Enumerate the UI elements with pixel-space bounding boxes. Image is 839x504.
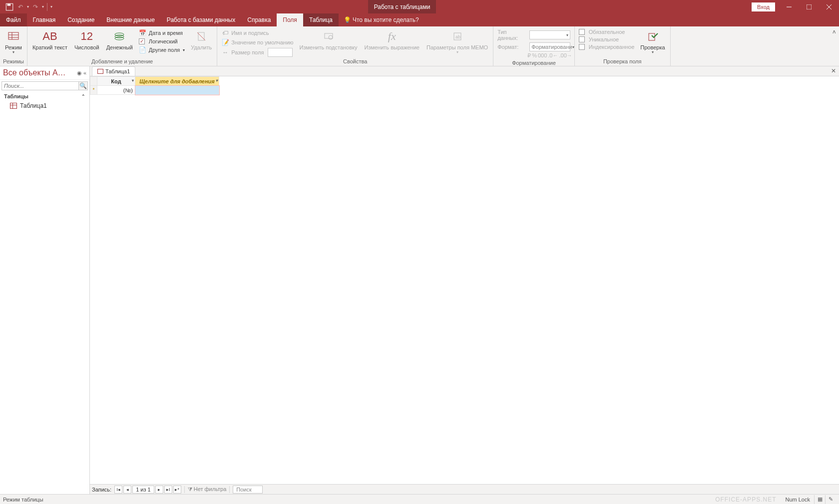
status-bar: Режим таблицы OFFICE-APPS.NET Num Lock ▦… [0, 494, 839, 504]
undo-dropdown-icon[interactable]: ▾ [27, 4, 29, 9]
record-counter[interactable]: 1 из 1 [132, 486, 154, 494]
default-icon: 📝 [221, 38, 229, 46]
record-label: Запись: [92, 487, 111, 493]
redo-icon[interactable]: ↷ [31, 2, 40, 11]
nav-group-tables[interactable]: Таблицы ⌃ [0, 92, 89, 101]
cell-new-field[interactable] [135, 86, 219, 95]
group-add-delete: AB Краткий текст 12 Числовой Денежный 📅Д… [27, 26, 217, 66]
svg-rect-3 [807, 4, 812, 9]
nav-item-table1[interactable]: Таблица1 [0, 101, 89, 111]
select-all-cell[interactable] [90, 77, 97, 86]
new-record-button[interactable]: ▸* [173, 486, 181, 494]
nav-search-input[interactable] [2, 82, 78, 90]
document-tab-table1[interactable]: Таблица1 [92, 66, 135, 76]
tag-icon: 🏷 [221, 29, 229, 37]
more-fields-button[interactable]: 📄Другие поля▾ [137, 45, 187, 54]
next-record-button[interactable]: ▸ [155, 486, 163, 494]
nav-pane-header[interactable]: Все объекты A… ◉« [0, 66, 89, 80]
validation-button[interactable]: Проверка ▾ [637, 27, 668, 56]
close-button[interactable] [819, 0, 839, 13]
design-view-button[interactable]: ✎ [825, 495, 836, 504]
undo-icon[interactable]: ↶ [16, 2, 25, 11]
percent-format-icon: % [532, 52, 537, 59]
tab-table[interactable]: Таблица [303, 13, 339, 26]
datatype-label: Тип данных: [495, 28, 527, 41]
status-numlock: Num Lock [785, 497, 810, 503]
first-record-button[interactable]: I◂ [114, 486, 122, 494]
group-field-validation: Обязательное Уникальное Индексированное … [575, 26, 671, 66]
cell-id[interactable]: (№) [97, 86, 135, 95]
save-icon[interactable] [5, 2, 14, 11]
datasheet[interactable]: Код▾ Щелкните для добавления▾ * (№) [90, 76, 839, 484]
default-value-button: 📝Значение по умолчанию [219, 38, 295, 47]
checkbox-icon [139, 38, 145, 44]
datasheet-view-button[interactable]: ▦ [814, 495, 825, 504]
quick-access-toolbar: ↶ ▾ ↷ ▾ ▾ [0, 2, 52, 11]
tab-help[interactable]: Справка [241, 13, 277, 26]
currency-button[interactable]: Денежный [103, 27, 136, 51]
svg-text:ab: ab [455, 34, 460, 39]
tab-create[interactable]: Создание [61, 13, 100, 26]
redo-dropdown-icon[interactable]: ▾ [42, 4, 44, 9]
table-icon [97, 69, 103, 74]
svg-point-12 [115, 37, 124, 40]
filter-indicator[interactable]: ⧩ Нет фильтра [188, 486, 227, 493]
name-caption-button: 🏷Имя и подпись [219, 28, 295, 37]
comma-format-icon: 000 [538, 52, 547, 59]
watermark-text: OFFICE-APPS.NET [715, 496, 776, 503]
table-row[interactable]: * (№) [90, 86, 219, 95]
tab-external-data[interactable]: Внешние данные [100, 13, 161, 26]
column-header-id[interactable]: Код▾ [97, 77, 135, 86]
modify-lookups-button: Изменить подстановку [297, 27, 361, 51]
column-dropdown-icon[interactable]: ▾ [132, 78, 134, 83]
memo-settings-button: ab Параметры поля MEMO ▾ [423, 27, 491, 56]
tell-me-placeholder: Что вы хотите сделать? [353, 16, 419, 23]
group-properties: 🏷Имя и подпись 📝Значение по умолчанию ↔Р… [217, 26, 493, 66]
memo-icon: ab [451, 28, 463, 44]
number-icon: 12 [81, 28, 93, 44]
view-button[interactable]: Режим ▾ [2, 27, 25, 56]
minimize-button[interactable] [779, 0, 799, 13]
short-text-button[interactable]: AB Краткий текст [29, 27, 70, 51]
new-record-marker: * [90, 86, 97, 95]
nav-collapse-icon[interactable]: « [83, 70, 86, 76]
decrease-decimal-icon: .00→ [559, 52, 572, 59]
prev-record-button[interactable]: ◂ [123, 486, 131, 494]
validation-icon [647, 28, 659, 44]
modify-expression-button: fx Изменить выражение [361, 27, 422, 51]
nav-pane-title: Все объекты A… [3, 68, 66, 77]
tab-file[interactable]: Файл [0, 13, 27, 26]
group-formatting: Тип данных: ▾ Формат: Форматировани▾ ₽ %… [493, 26, 575, 66]
title-bar: ↶ ▾ ↷ ▾ ▾ Работа с таблицами Вход [0, 0, 839, 13]
number-button[interactable]: 12 Числовой [71, 27, 102, 51]
group-label-properties: Свойства [219, 57, 491, 66]
datetime-button[interactable]: 📅Дата и время [137, 28, 187, 37]
record-navigator: Запись: I◂ ◂ 1 из 1 ▸ ▸I ▸* ⧩ Нет фильтр… [90, 484, 839, 494]
last-record-button[interactable]: ▸I [164, 486, 172, 494]
group-views: Режим ▾ Режимы [0, 26, 27, 66]
currency-icon [113, 28, 125, 44]
tab-fields[interactable]: Поля [277, 13, 303, 26]
group-label-views: Режимы [2, 57, 25, 66]
tab-database-tools[interactable]: Работа с базами данных [161, 13, 241, 26]
ribbon: ʌ Режим ▾ Режимы AB Краткий текст 12 Чис… [0, 26, 839, 66]
field-size-button: ↔Размер поля [219, 47, 295, 57]
size-icon: ↔ [221, 48, 229, 56]
qat-customize-icon[interactable]: ▾ [50, 4, 52, 9]
signin-button[interactable]: Вход [752, 2, 775, 11]
maximize-button[interactable] [799, 0, 819, 13]
nav-dropdown-icon[interactable]: ◉ [77, 70, 82, 76]
close-document-icon[interactable]: ✕ [831, 67, 836, 74]
delete-button: Удалить [188, 27, 215, 51]
add-column-dropdown-icon[interactable]: ▾ [216, 78, 218, 83]
ribbon-collapse-icon[interactable]: ʌ [833, 28, 836, 35]
collapse-group-icon[interactable]: ⌃ [81, 94, 85, 99]
navigation-pane: Все объекты A… ◉« 🔍 Таблицы ⌃ Таблица1 [0, 66, 90, 494]
record-search-input[interactable]: Поиск [233, 486, 263, 494]
tell-me-search[interactable]: 💡 Что вы хотите сделать? [339, 13, 424, 26]
search-icon[interactable]: 🔍 [78, 82, 87, 90]
tab-home[interactable]: Главная [27, 13, 62, 26]
column-header-add[interactable]: Щелкните для добавления▾ [135, 77, 219, 86]
nav-search[interactable]: 🔍 [1, 81, 88, 90]
yesno-button[interactable]: Логический [137, 38, 187, 45]
